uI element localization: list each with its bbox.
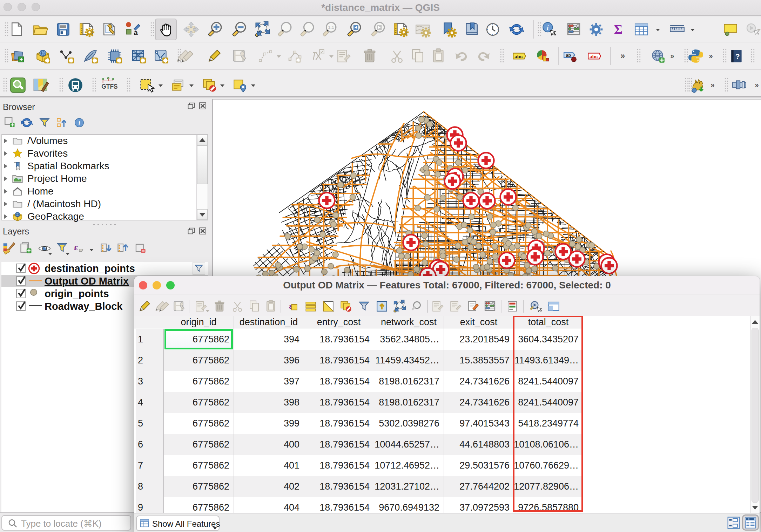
svg-text:GTFS: GTFS bbox=[101, 83, 117, 90]
svg-text:»: » bbox=[711, 81, 714, 89]
svg-text:»: » bbox=[670, 52, 674, 60]
svg-text:a: a bbox=[134, 28, 138, 36]
svg-text:»: » bbox=[621, 51, 625, 60]
svg-text:Σ: Σ bbox=[614, 22, 623, 37]
svg-text:»: » bbox=[709, 52, 713, 60]
svg-text:»: » bbox=[755, 81, 759, 89]
svg-text:i: i bbox=[547, 24, 549, 31]
svg-text:abc: abc bbox=[514, 54, 523, 59]
svg-text:ab: ab bbox=[566, 53, 571, 58]
svg-text:i: i bbox=[79, 120, 80, 127]
svg-text:1:1: 1:1 bbox=[328, 25, 334, 29]
svg-text:ε: ε bbox=[74, 242, 78, 252]
svg-text:abc: abc bbox=[590, 54, 598, 59]
svg-text:?: ? bbox=[735, 52, 740, 60]
